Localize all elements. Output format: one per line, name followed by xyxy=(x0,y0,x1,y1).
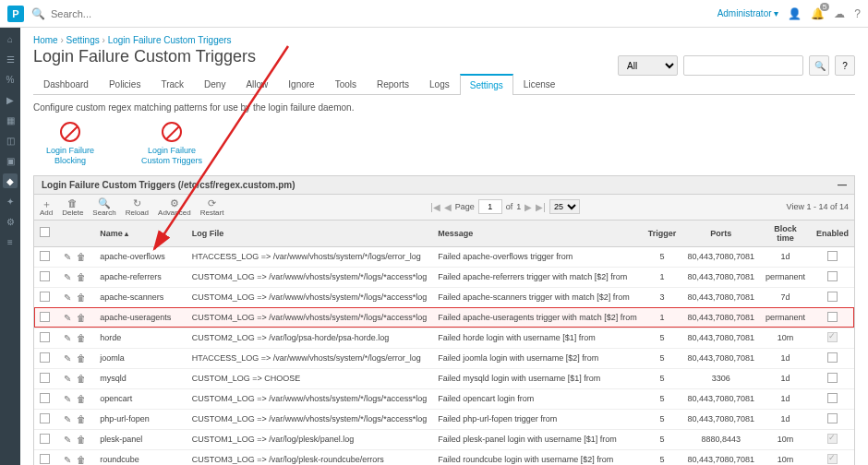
col-block[interactable]: Block time xyxy=(760,221,811,247)
enabled-checkbox[interactable] xyxy=(827,251,838,261)
sidebar-list[interactable]: ≡ xyxy=(3,234,18,249)
delete-icon[interactable]: 🗑 xyxy=(77,394,86,404)
edit-icon[interactable]: ✎ xyxy=(64,374,71,384)
login-failure-custom-triggers-icon[interactable]: Login Failure Custom Triggers xyxy=(135,122,209,166)
pager-first[interactable]: |◀ xyxy=(430,202,440,212)
delete-icon[interactable]: 🗑 xyxy=(77,435,86,445)
tab-allow[interactable]: Allow xyxy=(235,74,278,95)
table-row[interactable]: ✎🗑apache-useragentsCUSTOM4_LOG => /var/w… xyxy=(34,307,854,328)
sidebar-home[interactable]: ⌂ xyxy=(3,31,18,46)
delete-icon[interactable]: 🗑 xyxy=(77,313,86,323)
table-row[interactable]: ✎🗑apache-scannersCUSTOM4_LOG => /var/www… xyxy=(34,287,854,307)
table-row[interactable]: ✎🗑joomlaHTACCESS_LOG => /var/www/vhosts/… xyxy=(34,348,854,368)
tab-dashboard[interactable]: Dashboard xyxy=(33,74,99,95)
crumb-current[interactable]: Login Failure Custom Triggers xyxy=(108,35,232,45)
row-checkbox[interactable] xyxy=(40,251,50,261)
row-checkbox[interactable] xyxy=(40,312,50,322)
pager-prev[interactable]: ◀ xyxy=(444,202,452,212)
pager-last[interactable]: ▶| xyxy=(536,202,546,212)
tab-settings[interactable]: Settings xyxy=(460,74,513,95)
app-logo[interactable]: P xyxy=(7,6,24,22)
edit-icon[interactable]: ✎ xyxy=(64,414,71,424)
enabled-checkbox[interactable] xyxy=(827,352,838,363)
crumb-home[interactable]: Home xyxy=(33,35,58,45)
user-icon[interactable]: 👤 xyxy=(788,7,802,20)
table-row[interactable]: ✎🗑php-url-fopenCUSTOM4_LOG => /var/www/v… xyxy=(34,409,854,429)
edit-icon[interactable]: ✎ xyxy=(64,435,71,445)
sidebar-chart[interactable]: ◫ xyxy=(3,133,18,148)
table-row[interactable]: ✎🗑plesk-panelCUSTOM1_LOG => /var/log/ple… xyxy=(34,429,854,449)
delete-button[interactable]: 🗑Delete xyxy=(62,197,83,217)
enabled-checkbox[interactable] xyxy=(827,393,838,403)
edit-icon[interactable]: ✎ xyxy=(64,333,71,343)
delete-icon[interactable]: 🗑 xyxy=(77,374,86,384)
search-button[interactable]: 🔍Search xyxy=(92,197,115,217)
help-icon[interactable]: ? xyxy=(854,7,861,20)
row-checkbox[interactable] xyxy=(40,434,50,444)
row-checkbox[interactable] xyxy=(40,413,50,423)
tab-logs[interactable]: Logs xyxy=(419,74,460,95)
pager-page-input[interactable] xyxy=(478,199,502,214)
edit-icon[interactable]: ✎ xyxy=(64,272,71,282)
enabled-checkbox[interactable] xyxy=(827,413,838,423)
delete-icon[interactable]: 🗑 xyxy=(77,252,86,262)
checkbox-all[interactable] xyxy=(40,227,50,237)
col-name[interactable]: Name xyxy=(94,221,187,247)
edit-icon[interactable]: ✎ xyxy=(64,394,71,404)
filter-input[interactable] xyxy=(683,55,803,76)
collapse-icon[interactable]: — xyxy=(838,180,847,190)
pager-size[interactable]: 25 xyxy=(549,199,580,214)
row-checkbox[interactable] xyxy=(40,373,50,383)
filter-help-button[interactable]: ? xyxy=(835,55,855,76)
pager-next[interactable]: ▶ xyxy=(524,202,532,212)
enabled-checkbox[interactable] xyxy=(827,271,838,281)
tab-ignore[interactable]: Ignore xyxy=(278,74,324,95)
advanced-button[interactable]: ⚙Advanced xyxy=(158,197,191,217)
delete-icon[interactable]: 🗑 xyxy=(77,292,86,303)
admin-menu[interactable]: Administrator ▾ xyxy=(717,8,779,18)
row-checkbox[interactable] xyxy=(40,352,50,363)
row-checkbox[interactable] xyxy=(40,454,50,464)
edit-icon[interactable]: ✎ xyxy=(64,455,71,465)
delete-icon[interactable]: 🗑 xyxy=(77,333,86,343)
col-enabled[interactable]: Enabled xyxy=(811,221,854,247)
edit-icon[interactable]: ✎ xyxy=(64,353,71,364)
delete-icon[interactable]: 🗑 xyxy=(77,353,86,364)
bell-icon[interactable]: 🔔5 xyxy=(811,7,825,20)
tab-tools[interactable]: Tools xyxy=(325,74,367,95)
login-failure-blocking-icon[interactable]: Login Failure Blocking xyxy=(33,122,107,166)
edit-icon[interactable]: ✎ xyxy=(64,292,71,303)
delete-icon[interactable]: 🗑 xyxy=(77,272,86,282)
row-checkbox[interactable] xyxy=(40,292,50,302)
table-row[interactable]: ✎🗑opencartCUSTOM4_LOG => /var/www/vhosts… xyxy=(34,388,854,409)
crumb-settings[interactable]: Settings xyxy=(66,35,100,45)
filter-search-button[interactable]: 🔍 xyxy=(809,55,829,76)
enabled-checkbox[interactable] xyxy=(827,332,838,342)
sidebar-shield[interactable]: ◆ xyxy=(3,173,18,188)
tab-policies[interactable]: Policies xyxy=(99,74,151,95)
table-row[interactable]: ✎🗑apache-overflowsHTACCESS_LOG => /var/w… xyxy=(34,246,854,267)
enabled-checkbox[interactable] xyxy=(827,454,838,464)
tab-deny[interactable]: Deny xyxy=(194,74,235,95)
sidebar-play[interactable]: ▶ xyxy=(3,92,18,107)
cloud-icon[interactable]: ☁ xyxy=(834,7,845,20)
col-log[interactable]: Log File xyxy=(187,221,432,247)
enabled-checkbox[interactable] xyxy=(827,434,838,444)
enabled-checkbox[interactable] xyxy=(827,373,838,383)
col-msg[interactable]: Message xyxy=(432,221,643,247)
delete-icon[interactable]: 🗑 xyxy=(77,414,86,424)
edit-icon[interactable]: ✎ xyxy=(64,313,71,323)
reload-button[interactable]: ↻Reload xyxy=(126,197,149,217)
search-input[interactable] xyxy=(51,8,717,19)
sidebar-settings[interactable]: ⚙ xyxy=(3,214,18,229)
row-checkbox[interactable] xyxy=(40,332,50,342)
sidebar-box[interactable]: ▣ xyxy=(3,153,18,168)
sidebar-percent[interactable]: % xyxy=(3,72,18,87)
row-checkbox[interactable] xyxy=(40,271,50,281)
filter-select[interactable]: All xyxy=(618,55,678,76)
row-checkbox[interactable] xyxy=(40,393,50,403)
enabled-checkbox[interactable] xyxy=(827,312,838,322)
sidebar-ext[interactable]: ✦ xyxy=(3,194,18,209)
tab-track[interactable]: Track xyxy=(151,74,194,95)
edit-icon[interactable]: ✎ xyxy=(64,252,71,262)
